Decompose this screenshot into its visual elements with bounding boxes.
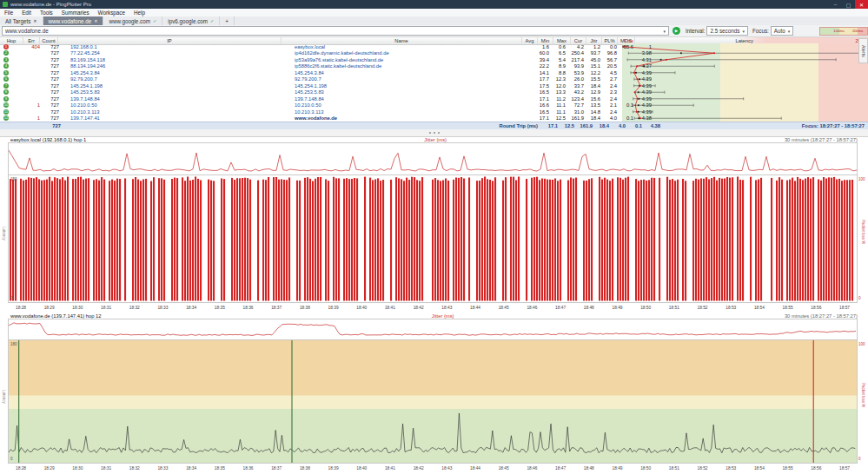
- latency-axis-label: Latency: [2, 227, 6, 240]
- ip-cell: 139.7.148.84: [61, 95, 293, 102]
- timeline-graph-header: easybox.local (192.168.0.1) hop 1Jitter …: [0, 135, 868, 143]
- interval-label: Interval:: [686, 28, 705, 34]
- alerts-side-tab[interactable]: Alerts: [858, 38, 868, 63]
- ip-cell: 10.210.3.113: [61, 109, 293, 115]
- cur-cell: 93.7: [586, 50, 602, 57]
- hop-cell: 12: [0, 115, 24, 122]
- left-axis-value: 0: [10, 296, 13, 300]
- count-cell: 727: [42, 82, 61, 89]
- svg-text:18:45: 18:45: [499, 466, 509, 471]
- svg-text:18:47: 18:47: [555, 306, 566, 310]
- menu-tools[interactable]: Tools: [36, 10, 57, 16]
- avg-cell: 16.5: [534, 89, 551, 96]
- hop-cell: 3: [0, 56, 24, 63]
- close-icon: ✕: [33, 18, 36, 23]
- max-cell: 53.9: [567, 69, 586, 76]
- packet-loss-axis-label: Packet loss %: [861, 220, 865, 244]
- maximize-button[interactable]: ▢: [842, 0, 855, 9]
- name-cell: www.vodafone.de: [293, 115, 534, 122]
- latency-scale-legend[interactable]: 100ms200ms: [819, 27, 868, 36]
- hop-cell: 7: [0, 82, 24, 89]
- jttr-cell: 2.4: [602, 109, 619, 115]
- avg-cell: 14.1: [534, 69, 551, 76]
- hop12-timeline-graph[interactable]: [9, 340, 857, 463]
- jttr-cell: 56.7: [602, 56, 619, 63]
- min-cell: 6.5: [551, 50, 567, 57]
- hop1-jitter-strip[interactable]: [9, 143, 857, 175]
- cur-cell: 18.4: [586, 115, 602, 122]
- tab-www-google-com[interactable]: www.google.com✓: [103, 16, 162, 25]
- svg-text:18:45: 18:45: [499, 306, 509, 310]
- svg-text:18:36: 18:36: [243, 466, 254, 471]
- tab-label: www.vodafone.de: [49, 18, 92, 24]
- minimize-button[interactable]: –: [829, 0, 842, 9]
- summary-mos: 4.38: [644, 122, 662, 129]
- summary-cur: 18.4: [594, 122, 611, 129]
- graph-metric-label[interactable]: Jitter (ms): [432, 313, 454, 319]
- menu-file[interactable]: File: [0, 10, 17, 16]
- cur-cell: 1.2: [586, 43, 602, 50]
- err-cell: [24, 76, 42, 83]
- hop12-jitter-strip[interactable]: [9, 319, 857, 340]
- svg-text:18:57: 18:57: [839, 466, 850, 471]
- jttr-cell: 2.1: [602, 102, 619, 109]
- graph-metric-label[interactable]: Jitter (ms): [424, 137, 447, 142]
- latency-mini-graph[interactable]: [622, 43, 868, 122]
- svg-text:18:28: 18:28: [16, 306, 26, 310]
- svg-text:18:34: 18:34: [186, 306, 196, 310]
- cur-cell: 45.0: [586, 56, 602, 63]
- svg-text:18:36: 18:36: [243, 306, 254, 310]
- ip-cell: 145.254.1.198: [61, 82, 293, 89]
- play-icon: ▶: [675, 29, 678, 33]
- svg-text:18:40: 18:40: [356, 466, 367, 471]
- menu-workspace[interactable]: Workspace: [94, 10, 129, 16]
- cur-cell: 13.5: [586, 102, 602, 109]
- tab-www-vodafone-de[interactable]: www.vodafone.de✕: [43, 16, 104, 25]
- start-trace-button[interactable]: ▶: [673, 27, 680, 35]
- interval-select[interactable]: 2.5 seconds ▾: [706, 26, 747, 36]
- target-combobox[interactable]: www.vodafone.de ▾: [2, 26, 669, 36]
- left-axis-value: 150: [10, 177, 17, 181]
- name-cell: 92.79.200.7: [293, 76, 534, 83]
- max-cell: 250.4: [567, 50, 586, 57]
- summary-min: 12.5: [560, 122, 576, 129]
- err-cell: 1: [24, 102, 42, 109]
- tab--[interactable]: +: [220, 16, 235, 25]
- svg-text:18:35: 18:35: [215, 306, 225, 310]
- avg-cell: 60.0: [534, 50, 551, 57]
- grip-dot: [438, 132, 440, 134]
- count-cell: 727: [42, 69, 61, 76]
- tab-all-targets[interactable]: All Targets✕: [0, 16, 43, 25]
- menu-help[interactable]: Help: [129, 10, 149, 16]
- close-button[interactable]: ✕: [855, 0, 868, 9]
- app-icon: [3, 2, 8, 7]
- svg-text:18:51: 18:51: [669, 466, 679, 471]
- menu-edit[interactable]: Edit: [17, 10, 36, 16]
- alerts-label: Alerts: [861, 45, 866, 57]
- jttr-cell: 0.0: [602, 43, 619, 50]
- jttr-cell: 2.4: [602, 95, 619, 102]
- left-axis-value: 180: [10, 342, 17, 346]
- cur-cell: 12.9: [586, 89, 602, 96]
- name-cell: 145.253.5.83: [293, 89, 534, 96]
- hop-cell: 9: [0, 95, 24, 102]
- max-cell: 33.7: [567, 82, 586, 89]
- summary-jttr: 4.0: [611, 122, 627, 129]
- focus-select[interactable]: Auto ▾: [771, 26, 793, 36]
- hop-status-icon: 5: [3, 70, 9, 76]
- svg-text:18:32: 18:32: [129, 466, 140, 471]
- hop-cell: 4: [0, 63, 24, 70]
- menu-summaries[interactable]: Summaries: [57, 10, 94, 16]
- err-cell: [24, 109, 42, 115]
- hop-status-icon: 7: [3, 83, 9, 89]
- hop1-timeline-graph[interactable]: [9, 175, 857, 302]
- timeline-graph-header: www.vodafone.de (139.7.147.41) hop 12Jit…: [0, 312, 868, 319]
- name-cell: 10.210.3.113: [293, 109, 534, 115]
- hop-status-icon: 1: [3, 44, 9, 49]
- svg-text:18:37: 18:37: [271, 306, 282, 310]
- tab-ipv6-google-com[interactable]: ipv6.google.com✓: [162, 16, 220, 25]
- max-cell: 161.9: [567, 115, 586, 122]
- jttr-cell: 4.0: [602, 115, 619, 122]
- window-controls: – ▢ ✕: [829, 0, 868, 9]
- chevron-down-icon: ▾: [660, 29, 666, 34]
